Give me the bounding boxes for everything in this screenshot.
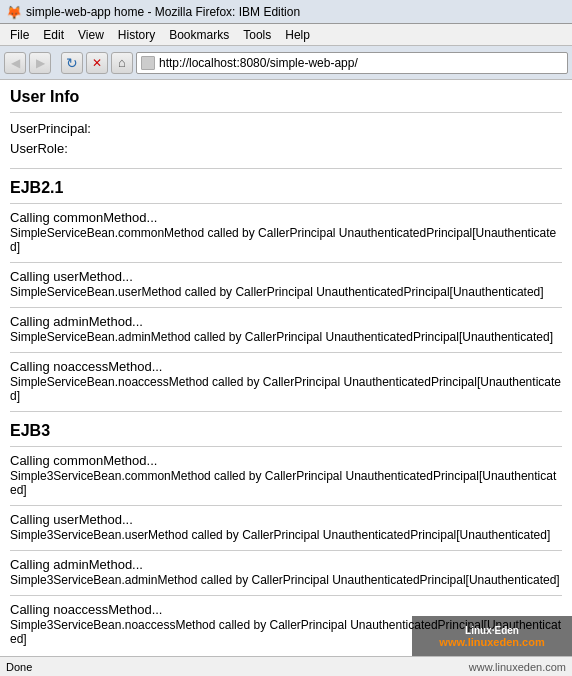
user-role-label: UserRole: <box>10 139 562 159</box>
menu-history[interactable]: History <box>112 27 161 43</box>
menu-help[interactable]: Help <box>279 27 316 43</box>
title-bar: 🦊 simple-web-app home - Mozilla Firefox:… <box>0 0 572 24</box>
ejb3-method-0: Calling commonMethod... Simple3ServiceBe… <box>10 453 562 497</box>
status-bar: Done www.linuxeden.com <box>0 656 572 676</box>
forward-button[interactable]: ▶ <box>29 52 51 74</box>
menu-bar: File Edit View History Bookmarks Tools H… <box>0 24 572 46</box>
divider-8 <box>10 446 562 447</box>
ejb3-calling-3: Calling noaccessMethod... <box>10 602 562 617</box>
address-bar-wrapper: http://localhost:8080/simple-web-app/ <box>136 52 568 74</box>
menu-view[interactable]: View <box>72 27 110 43</box>
ejb21-calling-2: Calling adminMethod... <box>10 314 562 329</box>
status-text: Done <box>6 661 32 673</box>
menu-tools[interactable]: Tools <box>237 27 277 43</box>
main-content: User Info UserPrincipal: UserRole: EJB2.… <box>0 80 572 656</box>
stop-button[interactable]: ✕ <box>86 52 108 74</box>
ejb21-calling-1: Calling userMethod... <box>10 269 562 284</box>
title-bar-text: simple-web-app home - Mozilla Firefox: I… <box>26 5 566 19</box>
divider-10 <box>10 550 562 551</box>
watermark: Linux·Eden www.linuxeden.com <box>412 616 572 656</box>
ejb3-result-1: Simple3ServiceBean.userMethod called by … <box>10 528 562 542</box>
menu-file[interactable]: File <box>4 27 35 43</box>
ejb3-calling-0: Calling commonMethod... <box>10 453 562 468</box>
address-text: http://localhost:8080/simple-web-app/ <box>159 56 563 70</box>
address-bar[interactable]: http://localhost:8080/simple-web-app/ <box>136 52 568 74</box>
divider-6 <box>10 352 562 353</box>
ejb3-calling-1: Calling userMethod... <box>10 512 562 527</box>
divider-2 <box>10 168 562 169</box>
ejb3-result-0: Simple3ServiceBean.commonMethod called b… <box>10 469 562 497</box>
browser-icon: 🦊 <box>6 5 20 19</box>
menu-bookmarks[interactable]: Bookmarks <box>163 27 235 43</box>
ejb3-title: EJB3 <box>10 422 562 440</box>
home-button[interactable]: ⌂ <box>111 52 133 74</box>
ejb21-title: EJB2.1 <box>10 179 562 197</box>
divider-3 <box>10 203 562 204</box>
ejb21-calling-0: Calling commonMethod... <box>10 210 562 225</box>
divider-4 <box>10 262 562 263</box>
divider-9 <box>10 505 562 506</box>
ejb3-result-2: Simple3ServiceBean.adminMethod called by… <box>10 573 562 587</box>
ejb21-method-3: Calling noaccessMethod... SimpleServiceB… <box>10 359 562 403</box>
ejb21-calling-3: Calling noaccessMethod... <box>10 359 562 374</box>
divider-11 <box>10 595 562 596</box>
user-principal-label: UserPrincipal: <box>10 119 562 139</box>
ejb21-result-0: SimpleServiceBean.commonMethod called by… <box>10 226 562 254</box>
nav-bar: ◀ ▶ ↻ ✕ ⌂ http://localhost:8080/simple-w… <box>0 46 572 80</box>
ejb21-method-2: Calling adminMethod... SimpleServiceBean… <box>10 314 562 344</box>
ejb3-method-2: Calling adminMethod... Simple3ServiceBea… <box>10 557 562 587</box>
ejb21-result-3: SimpleServiceBean.noaccessMethod called … <box>10 375 562 403</box>
ejb21-method-1: Calling userMethod... SimpleServiceBean.… <box>10 269 562 299</box>
ejb3-calling-2: Calling adminMethod... <box>10 557 562 572</box>
divider-1 <box>10 112 562 113</box>
menu-edit[interactable]: Edit <box>37 27 70 43</box>
user-info-section: UserPrincipal: UserRole: <box>10 119 562 158</box>
ejb21-result-2: SimpleServiceBean.adminMethod called by … <box>10 330 562 344</box>
reload-button[interactable]: ↻ <box>61 52 83 74</box>
status-right: www.linuxeden.com <box>469 661 566 673</box>
page-title: User Info <box>10 88 562 106</box>
divider-7 <box>10 411 562 412</box>
back-button[interactable]: ◀ <box>4 52 26 74</box>
page-icon <box>141 56 155 70</box>
ejb21-result-1: SimpleServiceBean.userMethod called by C… <box>10 285 562 299</box>
divider-5 <box>10 307 562 308</box>
ejb3-method-1: Calling userMethod... Simple3ServiceBean… <box>10 512 562 542</box>
ejb21-method-0: Calling commonMethod... SimpleServiceBea… <box>10 210 562 254</box>
